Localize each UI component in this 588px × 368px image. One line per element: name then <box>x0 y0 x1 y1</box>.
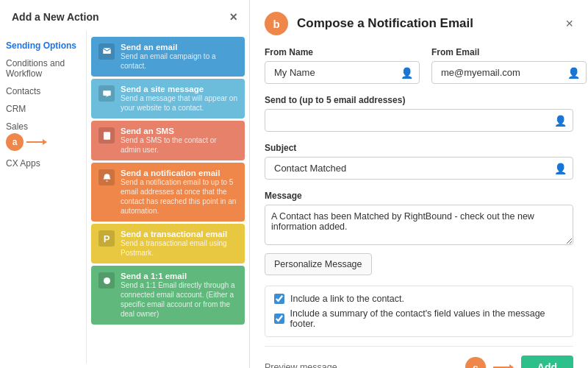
subject-input[interactable] <box>271 158 554 179</box>
personalize-message-button[interactable]: Personalize Message <box>265 253 372 275</box>
card-send-email[interactable]: Send an email Send an email campaign to … <box>91 37 245 77</box>
from-email-label: From Email <box>431 47 587 57</box>
checkbox-row-1: Include a link to the contact. <box>274 294 564 304</box>
add-action-title: Add a New Action <box>12 11 99 23</box>
send-to-input-wrapper: 👤 <box>265 109 573 132</box>
left-panel: Add a New Action × Sending Options Condi… <box>0 0 250 368</box>
left-close-button[interactable]: × <box>229 10 237 24</box>
send-to-input[interactable] <box>271 110 554 131</box>
add-button[interactable]: Add <box>521 355 573 368</box>
card-text-site: Send a site message Send a message that … <box>121 85 237 113</box>
sidebar-item-crm[interactable]: CRM <box>0 100 86 118</box>
sidebar-item-sending-options[interactable]: Sending Options <box>0 37 86 54</box>
checkbox-row-2: Include a summary of the contact's field… <box>274 308 564 329</box>
include-summary-label: Include a summary of the contact's field… <box>290 308 564 329</box>
card-text-transactional: Send a transactional email Send a transa… <box>121 230 237 258</box>
card-site-message[interactable]: Send a site message Send a message that … <box>91 79 245 118</box>
send-to-person-icon[interactable]: 👤 <box>554 115 567 127</box>
circle-a: a <box>6 133 24 151</box>
from-name-input-wrapper: 👤 <box>265 61 420 84</box>
11-email-card-icon <box>98 272 115 289</box>
card-notification-email[interactable]: Send a notification email Send a notific… <box>91 163 245 222</box>
nav-sidebar: Sending Options Conditions and Workflow … <box>0 31 87 364</box>
card-11-email[interactable]: Send a 1:1 email Send a 1:1 Email direct… <box>91 266 245 325</box>
message-group: Message A Contact has been Matched by Ri… <box>265 190 573 275</box>
from-name-group: From Name 👤 <box>265 47 420 84</box>
from-name-person-icon[interactable]: 👤 <box>401 67 413 79</box>
circle-c: c <box>465 357 486 368</box>
card-transactional-email[interactable]: P Send a transactional email Send a tran… <box>91 224 245 263</box>
left-panel-header: Add a New Action × <box>0 0 249 31</box>
card-text-notification: Send a notification email Send a notific… <box>121 169 237 216</box>
from-name-input[interactable] <box>271 62 401 83</box>
include-link-label: Include a link to the contact. <box>290 294 404 304</box>
from-email-input[interactable] <box>438 62 567 83</box>
subject-label: Subject <box>265 143 296 153</box>
from-row: From Name 👤 From Email 👤 <box>265 47 573 84</box>
right-panel-header: b Compose a Notification Email × <box>265 12 573 35</box>
footer-right: c Add <box>465 355 573 368</box>
send-to-label: Send to (up to 5 email addresses) <box>265 95 405 105</box>
sidebar-item-contacts[interactable]: Contacts <box>0 82 86 100</box>
from-email-input-wrapper: 👤 <box>431 61 587 84</box>
from-name-label: From Name <box>265 47 420 57</box>
subject-person-icon[interactable]: 👤 <box>554 163 567 174</box>
site-message-card-icon <box>98 85 115 102</box>
left-content: Sending Options Conditions and Workflow … <box>0 31 249 364</box>
card-sms[interactable]: Send an SMS Send a SMS to the contact or… <box>91 121 245 160</box>
arrow-indicator <box>26 139 47 145</box>
message-textarea[interactable]: A Contact has been Matched by RightBound… <box>265 205 573 245</box>
right-header-content: b Compose a Notification Email <box>265 12 473 35</box>
sidebar-item-sales[interactable]: Sales a <box>0 118 86 155</box>
sms-card-icon <box>98 127 115 144</box>
notification-email-card-icon <box>98 169 115 185</box>
card-text-11: Send a 1:1 email Send a 1:1 Email direct… <box>121 272 237 319</box>
message-label: Message <box>265 191 302 201</box>
sidebar-item-cx-apps[interactable]: CX Apps <box>0 155 86 172</box>
card-text-email: Send an email Send an email campaign to … <box>121 43 237 71</box>
footer-bar: Preview message c Add <box>265 346 573 368</box>
include-summary-checkbox[interactable] <box>274 314 284 324</box>
circle-b: b <box>265 12 288 35</box>
sidebar-item-conditions[interactable]: Conditions and Workflow <box>0 54 86 82</box>
from-email-person-icon[interactable]: 👤 <box>567 67 580 79</box>
footer-arrow <box>493 364 514 368</box>
checkbox-section: Include a link to the contact. Include a… <box>265 286 573 337</box>
right-close-button[interactable]: × <box>565 16 573 32</box>
svg-rect-2 <box>106 138 108 138</box>
action-cards-area: Send an email Send an email campaign to … <box>87 31 249 364</box>
subject-group: Subject 👤 <box>265 142 573 180</box>
transactional-card-icon: P <box>98 230 115 247</box>
send-to-group: Send to (up to 5 email addresses) 👤 <box>265 94 573 132</box>
card-text-sms: Send an SMS Send a SMS to the contact or… <box>121 127 237 155</box>
from-email-group: From Email 👤 <box>431 47 587 84</box>
include-link-checkbox[interactable] <box>274 294 284 304</box>
compose-title: Compose a Notification Email <box>297 16 473 31</box>
subject-input-wrapper: 👤 <box>265 157 573 180</box>
right-panel: b Compose a Notification Email × From Na… <box>250 0 588 368</box>
svg-rect-0 <box>103 90 110 95</box>
email-card-icon <box>98 43 115 60</box>
preview-message-text: Preview message <box>265 362 337 368</box>
